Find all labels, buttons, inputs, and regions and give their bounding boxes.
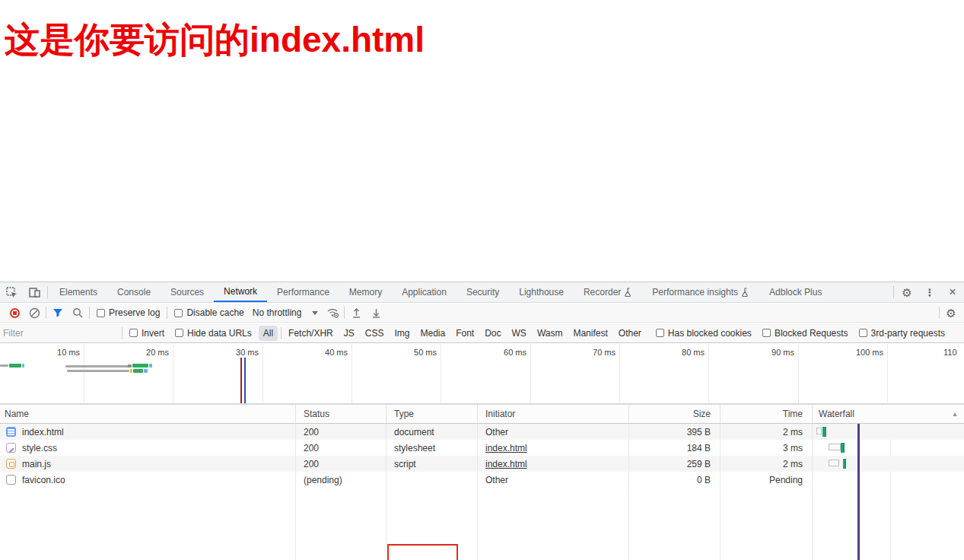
request-size: 0 B xyxy=(697,475,711,485)
has-blocked-cookies-toggle[interactable]: Has blocked cookies xyxy=(656,328,752,339)
column-header-initiator[interactable]: Initiator xyxy=(478,405,629,423)
search-icon[interactable] xyxy=(68,304,87,321)
table-row[interactable]: favicon.ico (pending) Other 0 B Pending xyxy=(0,472,964,488)
overview-bar xyxy=(133,369,143,373)
request-initiator-link[interactable]: index.html xyxy=(485,443,527,453)
ruler-tick: 20 ms xyxy=(146,348,169,357)
request-size: 259 B xyxy=(687,459,711,469)
table-row[interactable]: style.css 200 stylesheet index.html 184 … xyxy=(0,440,964,456)
column-header-type[interactable]: Type xyxy=(387,405,478,423)
device-toolbar-icon[interactable] xyxy=(23,282,46,302)
page-title: 这是你要访问的index.html xyxy=(5,17,425,64)
blocked-requests-toggle[interactable]: Blocked Requests xyxy=(762,328,848,339)
invert-label: Invert xyxy=(142,328,164,339)
filter-pill-css[interactable]: CSS xyxy=(365,328,384,339)
filter-pill-img[interactable]: Img xyxy=(394,328,409,339)
disable-cache-checkbox[interactable] xyxy=(174,309,183,317)
request-name: favicon.ico xyxy=(22,475,65,485)
column-header-status[interactable]: Status xyxy=(296,405,387,423)
tab-security[interactable]: Security xyxy=(457,282,509,302)
request-status: (pending) xyxy=(304,475,342,485)
has-blocked-cookies-checkbox[interactable] xyxy=(656,329,664,337)
filter-pill-fetch-xhr[interactable]: Fetch/XHR xyxy=(288,328,333,339)
filter-pill-media[interactable]: Media xyxy=(420,328,445,339)
waterfall-bar xyxy=(843,459,846,469)
request-initiator: Other xyxy=(485,427,508,438)
network-conditions-icon[interactable] xyxy=(323,304,342,321)
table-row[interactable]: main.js 200 script index.html 259 B 2 ms xyxy=(0,456,964,472)
invert-toggle[interactable]: Invert xyxy=(129,328,164,339)
preserve-log-checkbox[interactable] xyxy=(97,309,105,317)
request-type: stylesheet xyxy=(394,443,435,453)
load-event-line xyxy=(858,424,860,560)
kebab-menu-icon[interactable]: ⋮ xyxy=(918,282,941,302)
tab-label: Application xyxy=(402,282,447,302)
inspect-icon[interactable] xyxy=(0,282,23,302)
throttling-dropdown[interactable]: No throttling xyxy=(253,307,319,318)
type-column-highlight xyxy=(387,544,458,560)
tab-lighthouse[interactable]: Lighthouse xyxy=(509,282,574,302)
gear-icon[interactable]: ⚙ xyxy=(896,282,918,302)
column-header-size[interactable]: Size xyxy=(629,405,721,423)
sort-asc-icon[interactable]: ▲ xyxy=(952,411,958,418)
tab-memory[interactable]: Memory xyxy=(339,282,392,302)
filter-pill-js[interactable]: JS xyxy=(344,328,355,339)
tab-application[interactable]: Application xyxy=(392,282,457,302)
request-time: 2 ms xyxy=(783,427,803,438)
divider xyxy=(122,327,122,339)
record-icon[interactable] xyxy=(5,304,24,321)
filter-funnel-icon[interactable] xyxy=(48,304,68,321)
filter-pill-ws[interactable]: WS xyxy=(512,328,527,339)
column-header-waterfall[interactable]: Waterfall ▲ xyxy=(813,405,964,423)
filter-pill-doc[interactable]: Doc xyxy=(485,328,501,339)
waterfall-queue-bar xyxy=(816,428,822,434)
request-size: 184 B xyxy=(687,443,711,453)
invert-checkbox[interactable] xyxy=(129,329,138,337)
css-file-icon xyxy=(6,443,16,453)
tab-performance[interactable]: Performance xyxy=(267,282,339,302)
request-initiator-link[interactable]: index.html xyxy=(485,459,527,469)
network-overview-ruler[interactable]: 10 ms 20 ms 30 ms 40 ms 50 ms 60 ms 70 m… xyxy=(0,344,964,405)
flask-icon xyxy=(742,288,749,297)
third-party-checkbox[interactable] xyxy=(859,329,867,337)
import-har-icon[interactable] xyxy=(346,304,366,321)
tab-console[interactable]: Console xyxy=(107,282,161,302)
tab-label: Lighthouse xyxy=(519,282,564,302)
devtools-tabbar: Elements Console Sources Network Perform… xyxy=(0,282,964,303)
waterfall-bar xyxy=(822,427,826,437)
third-party-toggle[interactable]: 3rd-party requests xyxy=(859,328,945,339)
filter-pill-font[interactable]: Font xyxy=(456,328,474,339)
tab-sources[interactable]: Sources xyxy=(161,282,214,302)
divider xyxy=(344,307,345,319)
request-status: 200 xyxy=(304,443,319,453)
filter-input[interactable] xyxy=(0,326,120,341)
blocked-requests-checkbox[interactable] xyxy=(762,329,771,337)
filter-pill-other[interactable]: Other xyxy=(619,328,641,339)
hide-data-urls-checkbox[interactable] xyxy=(175,329,183,337)
network-settings-gear-icon[interactable]: ⚙ xyxy=(941,304,961,321)
tab-elements[interactable]: Elements xyxy=(49,282,107,302)
request-status: 200 xyxy=(304,427,319,438)
overview-bar xyxy=(132,364,148,368)
filter-pill-all[interactable]: All xyxy=(259,326,278,341)
disable-cache-toggle[interactable]: Disable cache xyxy=(174,307,243,318)
export-har-icon[interactable] xyxy=(366,304,386,321)
tab-performance-insights[interactable]: Performance insights xyxy=(642,282,759,302)
overview-bar xyxy=(22,364,24,368)
tab-adblock-plus[interactable]: Adblock Plus xyxy=(759,282,832,302)
filter-pill-manifest[interactable]: Manifest xyxy=(573,328,607,339)
request-type: script xyxy=(394,459,416,469)
request-time: 3 ms xyxy=(783,443,803,453)
filter-pill-wasm[interactable]: Wasm xyxy=(537,328,563,339)
request-name: index.html xyxy=(22,427,64,438)
tab-recorder[interactable]: Recorder xyxy=(574,282,642,302)
hide-data-urls-toggle[interactable]: Hide data URLs xyxy=(175,328,252,339)
tab-network[interactable]: Network xyxy=(214,282,267,302)
preserve-log-toggle[interactable]: Preserve log xyxy=(97,307,160,318)
clear-icon[interactable] xyxy=(24,304,44,321)
column-header-name[interactable]: Name xyxy=(0,405,296,423)
overview-bar xyxy=(130,369,132,373)
flask-icon xyxy=(625,288,632,297)
close-icon[interactable]: × xyxy=(941,282,964,302)
column-header-time[interactable]: Time xyxy=(721,405,813,423)
